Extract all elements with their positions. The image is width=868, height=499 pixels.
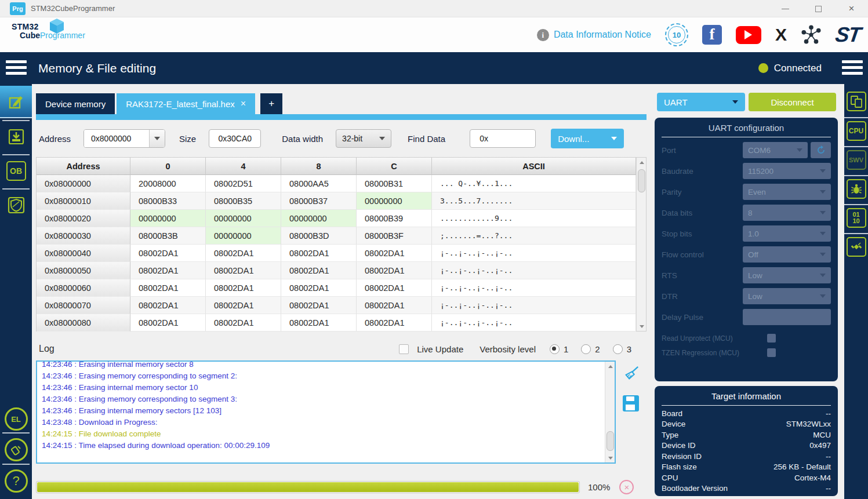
memory-cell[interactable]: 08002DA1 (206, 245, 281, 262)
youtube-icon[interactable] (736, 26, 761, 44)
scrollbar-thumb[interactable] (606, 431, 614, 451)
memory-cell[interactable]: 08002DA1 (357, 279, 432, 297)
memory-cell[interactable]: 08002D51 (206, 175, 281, 192)
sidebar-item-swv[interactable]: SWV (847, 150, 866, 170)
memory-cell[interactable]: 08002DA1 (130, 245, 206, 262)
verbosity-radio-3[interactable]: 3 (613, 344, 631, 354)
download-split-button[interactable]: Downl... (551, 129, 624, 148)
memory-cell[interactable]: 08002DA1 (281, 245, 357, 262)
memory-cell[interactable]: 08002DA1 (130, 279, 206, 297)
sidebar-item-memory-editing[interactable] (0, 86, 32, 118)
logo-cube-text: Cube (20, 31, 40, 40)
x-twitter-icon[interactable]: X (775, 25, 787, 45)
memory-cell[interactable]: 08002DA1 (281, 279, 357, 297)
sidebar-item-register-viewer[interactable]: 01 10 (847, 208, 866, 228)
scroll-down-icon[interactable] (640, 325, 644, 328)
memory-cell[interactable]: 08002DA1 (281, 262, 357, 279)
log-scrollbar[interactable] (605, 362, 615, 462)
log-output[interactable]: 14:23:46 : Erasing internal memory secto… (36, 360, 616, 464)
verbosity-radio-1[interactable]: 1 (550, 344, 568, 354)
sidebar-item-fault-analyzer[interactable] (847, 179, 866, 199)
find-data-input[interactable] (470, 129, 536, 148)
verbosity-radio-2[interactable]: 2 (581, 344, 600, 354)
address-combo[interactable] (83, 129, 165, 148)
memory-cell[interactable]: 08002DA1 (130, 262, 206, 279)
memory-cell[interactable]: 08000B39 (357, 210, 432, 227)
log-entry: 14:23:46 : Erasing internal memory secto… (42, 382, 600, 394)
live-update-checkbox[interactable] (399, 344, 409, 354)
memory-cell[interactable]: 08000B35 (206, 192, 281, 210)
scroll-up-icon[interactable] (608, 365, 613, 368)
memory-cell[interactable]: 08002DA1 (357, 314, 432, 332)
data-information-notice-link[interactable]: i Data Information Notice (537, 29, 651, 41)
tab-close-icon[interactable]: × (241, 99, 246, 109)
memory-cell[interactable]: 08002DA1 (206, 297, 281, 314)
read-unprotect-label: Read Unprotect (MCU) (662, 334, 767, 343)
sidebar-item-security[interactable] (0, 191, 32, 220)
memory-cell[interactable]: 08002DA1 (206, 262, 281, 279)
memory-cell[interactable]: 08000B3B (130, 227, 206, 245)
memory-cell[interactable]: 08000B3D (281, 227, 357, 245)
divider (844, 175, 868, 176)
settings-hamburger-icon[interactable] (842, 60, 863, 75)
bootloader-version-label: Bootloader Version (662, 484, 728, 493)
memory-cell[interactable]: 08002DA1 (281, 297, 357, 314)
tab-file[interactable]: RAK3172-E_latest_final.hex × (117, 93, 255, 114)
cancel-operation-icon[interactable]: × (619, 480, 634, 494)
scroll-up-icon[interactable] (640, 161, 644, 164)
memory-cell[interactable]: 08000B37 (281, 192, 357, 210)
sidebar-item-option-bytes[interactable]: OB (0, 156, 32, 185)
memory-cell[interactable]: 08002DA1 (206, 314, 281, 332)
download-dropdown-icon[interactable] (611, 137, 617, 140)
disconnect-button[interactable]: Disconnect (749, 93, 836, 111)
scroll-down-icon[interactable] (608, 457, 613, 460)
sidebar-item-erasing-programming[interactable] (0, 122, 32, 151)
save-log-floppy-icon[interactable] (623, 395, 640, 413)
col-header-c: C (357, 158, 432, 175)
clear-log-broom-icon[interactable] (623, 365, 640, 383)
memory-cell[interactable]: 08000AA5 (281, 175, 357, 192)
memory-cell[interactable]: 08000B3F (357, 227, 432, 245)
data-width-select[interactable]: 32-bit (336, 129, 391, 148)
memory-cell[interactable]: 00000000 (206, 227, 281, 245)
minimize-button[interactable] (769, 0, 802, 17)
memory-cell[interactable]: 08000B33 (130, 192, 206, 210)
tab-add-button[interactable]: + (260, 93, 282, 114)
memory-cell[interactable]: 00000000 (357, 192, 432, 210)
maximize-button[interactable] (802, 0, 835, 17)
ten-years-badge-icon[interactable]: 10 (665, 23, 688, 46)
sidebar-item-help[interactable]: ? (0, 467, 32, 496)
sidebar-item-stlink-updater[interactable] (0, 435, 32, 464)
sidebar-item-external-loaders[interactable]: EL (0, 405, 32, 434)
community-network-icon[interactable] (801, 24, 822, 45)
memory-cell[interactable]: 00000000 (281, 210, 357, 227)
memory-cell[interactable]: 08002DA1 (206, 279, 281, 297)
memory-cell[interactable]: 08000B31 (357, 175, 432, 192)
memory-cell[interactable]: 00000000 (130, 210, 206, 227)
memory-cell[interactable]: 08002DA1 (130, 314, 206, 332)
memory-cell[interactable]: 00000000 (206, 210, 281, 227)
address-input[interactable] (84, 130, 149, 147)
close-button[interactable]: × (835, 0, 868, 17)
scrollbar-thumb[interactable] (638, 169, 645, 192)
shield-icon (7, 196, 26, 214)
memory-cell[interactable]: 08002DA1 (357, 297, 432, 314)
sidebar-item-file-compare[interactable] (847, 92, 866, 111)
size-input[interactable] (209, 129, 261, 148)
memory-cell[interactable]: 08002DA1 (357, 262, 432, 279)
device-label: Device (662, 420, 685, 428)
memory-cell[interactable]: 08002DA1 (130, 297, 206, 314)
sidebar-item-wireless-stack[interactable] (847, 237, 866, 257)
facebook-icon[interactable]: f (702, 25, 722, 45)
sidebar-item-cpu[interactable]: CPU (847, 121, 866, 141)
memory-cell[interactable]: 20008000 (130, 175, 206, 192)
connection-type-dropdown[interactable]: UART (657, 93, 745, 111)
board-value: -- (826, 409, 831, 418)
memory-table-scrollbar[interactable] (636, 158, 646, 331)
memory-cell[interactable]: 08002DA1 (281, 314, 357, 332)
address-dropdown-icon[interactable] (149, 130, 165, 147)
memory-cell[interactable]: 08002DA1 (357, 245, 432, 262)
menu-hamburger-icon[interactable] (6, 60, 27, 75)
st-logo[interactable]: ST (834, 23, 862, 47)
tab-device-memory[interactable]: Device memory (36, 93, 115, 114)
